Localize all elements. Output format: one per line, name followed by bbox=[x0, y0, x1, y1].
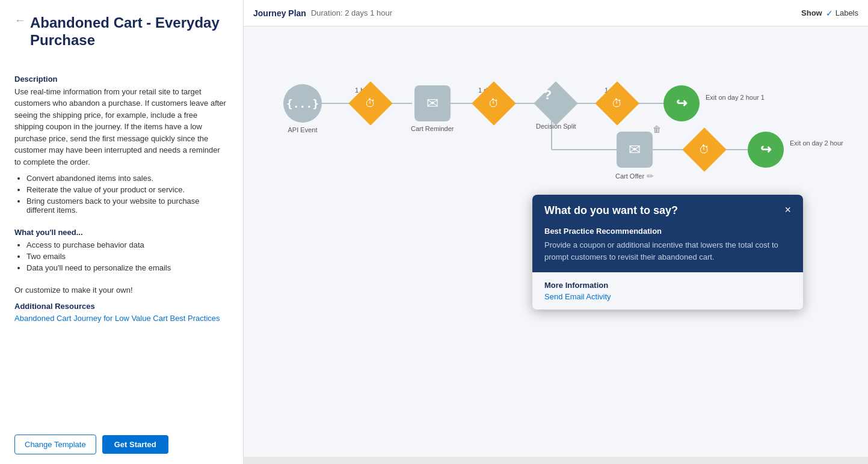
description-text: Use real-time information from your reta… bbox=[14, 86, 229, 168]
right-panel: Journey Plan Duration: 2 days 1 hour Sho… bbox=[244, 0, 868, 464]
need-3: Data you'll need to personalize the emai… bbox=[26, 263, 229, 272]
popup-bp-text: Provide a coupon or additional incentive… bbox=[544, 239, 791, 263]
main-bullets: Convert abandoned items into sales. Reit… bbox=[26, 174, 229, 217]
exit-2-icon: ↪ bbox=[748, 132, 784, 168]
need-1: Access to purchase behavior data bbox=[26, 240, 229, 249]
popup-footer: More Information Send Email Activity bbox=[532, 272, 803, 310]
api-event-label: API Event bbox=[283, 126, 322, 133]
timer-2-icon: ⏱ bbox=[472, 81, 516, 126]
bullet-2: Reiterate the value of your product or s… bbox=[26, 185, 229, 194]
get-started-button[interactable]: Get Started bbox=[102, 435, 168, 454]
resource-link[interactable]: Abandoned Cart Journey for Low Value Car… bbox=[14, 313, 229, 324]
popup-more-info: More Information bbox=[544, 281, 791, 290]
exit-2-node[interactable]: ↪ bbox=[748, 132, 784, 168]
api-event-node[interactable]: {...} API Event bbox=[283, 84, 322, 133]
canvas-header: Journey Plan Duration: 2 days 1 hour Sho… bbox=[244, 0, 868, 26]
left-panel: ← Abandoned Cart - Everyday Purchase Des… bbox=[0, 0, 244, 464]
canvas-header-left: Journey Plan Duration: 2 days 1 hour bbox=[253, 8, 392, 18]
change-template-button[interactable]: Change Template bbox=[14, 435, 96, 454]
decision-split-node[interactable]: ? Decision Split bbox=[536, 88, 576, 130]
needs-bullets: Access to purchase behavior data Two ema… bbox=[26, 240, 229, 275]
canvas-area[interactable]: 1 hour 1 day 1 day {...} API Event bbox=[244, 26, 868, 457]
cart-offer-icon: ✉ bbox=[617, 132, 653, 168]
back-button[interactable]: ← bbox=[14, 14, 25, 27]
popup-title: What do you want to say? bbox=[544, 204, 678, 217]
labels-label: Labels bbox=[836, 8, 858, 17]
popup-link[interactable]: Send Email Activity bbox=[544, 292, 611, 301]
cart-offer-node[interactable]: 🗑 ✉ Cart Offer ✏ bbox=[615, 132, 654, 181]
cart-offer-edit-icon[interactable]: ✏ bbox=[647, 171, 654, 181]
journey-plan-label: Journey Plan bbox=[253, 8, 306, 18]
bullet-3: Bring customers back to your website to … bbox=[26, 197, 229, 215]
labels-toggle[interactable]: ✓ Labels bbox=[826, 8, 858, 18]
cart-offer-delete-icon[interactable]: 🗑 bbox=[653, 124, 661, 134]
page-title: Abandoned Cart - Everyday Purchase bbox=[30, 14, 229, 49]
popup-close-button[interactable]: × bbox=[784, 204, 791, 215]
duration-text: Duration: 2 days 1 hour bbox=[311, 8, 392, 17]
popup-bp-title: Best Practice Recommendation bbox=[544, 227, 791, 236]
cart-reminder-label: Cart Reminder bbox=[411, 125, 454, 132]
exit-2-label: Exit on day 2 hour bbox=[790, 139, 843, 147]
timer-3-icon: ⏱ bbox=[595, 81, 639, 126]
description-label: Description bbox=[14, 75, 229, 84]
cart-reminder-node[interactable]: ✉ Cart Reminder bbox=[411, 85, 454, 132]
timer-4-node[interactable]: ⏱ bbox=[689, 134, 720, 165]
cart-offer-label-text: Cart Offer bbox=[615, 172, 644, 180]
canvas-scrollbar[interactable] bbox=[244, 457, 868, 464]
cart-offer-label-row: Cart Offer ✏ bbox=[615, 171, 654, 181]
needs-label: What you'll need... bbox=[14, 228, 229, 237]
customize-text: Or customize to make it your own! bbox=[14, 285, 229, 295]
check-icon: ✓ bbox=[826, 8, 833, 18]
timer-1-node[interactable]: ⏱ bbox=[355, 88, 386, 119]
canvas-header-right: Show ✓ Labels bbox=[801, 8, 858, 18]
exit-1-label: Exit on day 2 hour 1 bbox=[706, 94, 765, 101]
need-2: Two emails bbox=[26, 252, 229, 261]
show-label: Show bbox=[801, 8, 822, 17]
timer-3-node[interactable]: ⏱ bbox=[602, 88, 633, 119]
timer-1-icon: ⏱ bbox=[348, 81, 393, 126]
timer-4-icon: ⏱ bbox=[682, 127, 727, 172]
api-event-icon: {...} bbox=[283, 84, 322, 123]
exit-1-icon: ↪ bbox=[663, 85, 700, 121]
exit-1-node[interactable]: ↪ bbox=[663, 85, 700, 121]
additional-resources-label: Additional Resources bbox=[14, 302, 229, 311]
timer-2-node[interactable]: ⏱ bbox=[478, 88, 509, 119]
cart-reminder-icon: ✉ bbox=[414, 85, 451, 121]
cart-offer-popup: What do you want to say? × Best Practice… bbox=[532, 195, 803, 310]
popup-best-practice: Best Practice Recommendation Provide a c… bbox=[532, 227, 803, 272]
decision-split-icon: ? bbox=[534, 81, 579, 126]
bullet-1: Convert abandoned items into sales. bbox=[26, 174, 229, 183]
left-footer: Change Template Get Started bbox=[14, 425, 229, 454]
popup-header: What do you want to say? × bbox=[532, 195, 803, 227]
